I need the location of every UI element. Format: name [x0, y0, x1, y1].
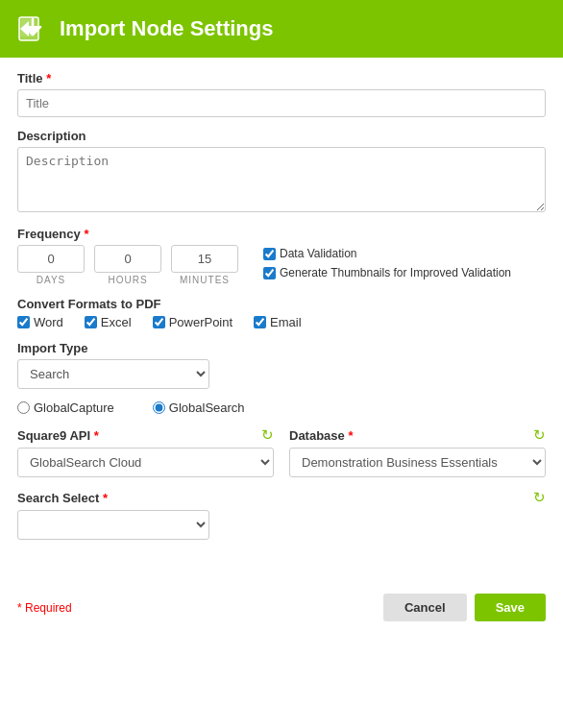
api-database-row: Square9 API * ↻ GlobalSearch Cloud Datab…	[17, 426, 546, 477]
convert-formats-row: Word Excel PowerPoint Email	[17, 315, 546, 329]
globalcapture-radio-label[interactable]: GlobalCapture	[17, 400, 114, 415]
square9-refresh-icon[interactable]: ↻	[261, 426, 274, 444]
title-label: Title *	[17, 71, 546, 85]
days-item: DAYS	[17, 245, 85, 285]
description-group: Description	[17, 129, 546, 215]
minutes-item: MINUTES	[171, 245, 238, 285]
square9-api-label: Square9 API *	[17, 428, 99, 443]
main-content: Title * Description Frequency * DAYS HOU…	[0, 58, 563, 565]
radio-row: GlobalCapture GlobalSearch	[17, 400, 546, 415]
title-group: Title *	[17, 71, 546, 117]
convert-formats-group: Convert Formats to PDF Word Excel PowerP…	[17, 297, 546, 329]
database-label: Database *	[289, 428, 354, 443]
footer: * Required Cancel Save	[0, 580, 563, 635]
word-checkbox[interactable]	[17, 316, 30, 328]
required-note: * Required	[17, 601, 72, 615]
cancel-button[interactable]: Cancel	[383, 594, 467, 621]
hours-item: HOURS	[94, 245, 161, 285]
database-col: Database * ↻ Demonstration Business Esse…	[289, 426, 546, 477]
minutes-label: MINUTES	[180, 275, 230, 285]
globalsearch-radio-label[interactable]: GlobalSearch	[153, 400, 245, 415]
generate-thumbnails-checkbox-label[interactable]: Generate Thumbnails for Improved Validat…	[263, 266, 511, 279]
minutes-input[interactable]	[171, 245, 238, 273]
import-type-row: Search GlobalCapture GlobalSearch	[17, 359, 546, 389]
page-title: Import Node Settings	[60, 16, 273, 41]
excel-checkbox-label[interactable]: Excel	[85, 315, 132, 329]
frequency-row: DAYS HOURS MINUTES Data Validation Gener…	[17, 245, 546, 285]
search-select-refresh-icon[interactable]: ↻	[533, 489, 546, 506]
generate-thumbnails-checkbox[interactable]	[263, 267, 276, 279]
hours-label: HOURS	[108, 275, 147, 285]
data-validation-checkbox-label[interactable]: Data Validation	[263, 247, 511, 260]
square9-api-select[interactable]: GlobalSearch Cloud	[17, 448, 274, 477]
description-input[interactable]	[17, 147, 546, 212]
hours-input[interactable]	[94, 245, 161, 273]
database-refresh-icon[interactable]: ↻	[533, 426, 546, 444]
search-select-select[interactable]	[17, 510, 209, 540]
import-type-group: Import Type Search GlobalCapture GlobalS…	[17, 341, 546, 389]
frequency-group: Frequency * DAYS HOURS MINUTES Data Vali…	[17, 227, 546, 285]
import-node-icon	[17, 13, 48, 44]
search-select-label: Search Select *	[17, 491, 108, 505]
excel-checkbox[interactable]	[85, 316, 97, 328]
import-type-select[interactable]: Search GlobalCapture GlobalSearch	[17, 359, 209, 389]
data-validation-checkbox[interactable]	[263, 248, 276, 260]
email-checkbox-label[interactable]: Email	[254, 315, 302, 329]
header: Import Node Settings	[0, 0, 563, 58]
title-input[interactable]	[17, 89, 546, 117]
globalcapture-radio[interactable]	[17, 401, 30, 414]
email-checkbox[interactable]	[254, 316, 266, 328]
description-label: Description	[17, 129, 546, 143]
button-group: Cancel Save	[383, 594, 546, 621]
word-checkbox-label[interactable]: Word	[17, 315, 63, 329]
frequency-label: Frequency *	[17, 227, 546, 241]
days-label: DAYS	[37, 275, 66, 285]
square9-api-col: Square9 API * ↻ GlobalSearch Cloud	[17, 426, 274, 477]
freq-checkboxes: Data Validation Generate Thumbnails for …	[263, 245, 511, 279]
save-button[interactable]: Save	[475, 594, 546, 621]
database-select[interactable]: Demonstration Business Essentials	[289, 448, 546, 477]
globalsearch-radio[interactable]	[153, 401, 165, 414]
powerpoint-checkbox[interactable]	[153, 316, 165, 328]
days-input[interactable]	[17, 245, 85, 273]
search-select-group: Search Select * ↻	[17, 489, 546, 540]
powerpoint-checkbox-label[interactable]: PowerPoint	[153, 315, 233, 329]
import-type-label: Import Type	[17, 341, 546, 355]
convert-formats-label: Convert Formats to PDF	[17, 297, 546, 311]
